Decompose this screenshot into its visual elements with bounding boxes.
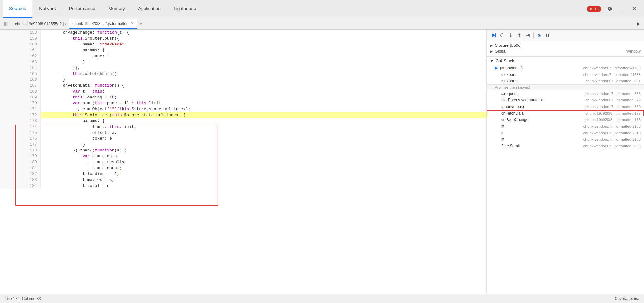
call-file-ref: chunk-vendors.7...:formatted:2180 [583, 124, 641, 128]
call-fn-name: nt [495, 124, 540, 129]
tab-bar: Sources Network Performance Memory Appli… [0, 0, 644, 18]
call-fn-name: s.request [495, 91, 540, 96]
code-line-164: 164 }), [0, 65, 486, 71]
code-line-171: 171 , e = Object[""](this.$store.state.u… [0, 106, 486, 112]
call-file-ref: chunk-vendors.7...ormatted:9361 [585, 79, 641, 83]
code-line-179: 179 var e = a.data [0, 153, 486, 159]
call-fn-name: onPageChange [495, 117, 540, 122]
call-entry-srequest[interactable]: s.request chunk-vendors.7...:formatted:3… [487, 90, 644, 97]
error-x-icon: ✕ [589, 7, 593, 11]
close-tab-button[interactable]: ✕ [131, 21, 134, 26]
cursor-position: Line 172, Column 33 [5, 296, 41, 301]
code-line-175: 175 offset: a, [0, 130, 486, 136]
tab-performance[interactable]: Performance [63, 0, 102, 18]
file-tab-original[interactable]: chunk-19c920f8.012555a2.js [12, 19, 69, 29]
code-line-168: 168 var t = this; [0, 89, 486, 95]
file-tabs-bar: chunk-19c920f8.012555a2.js chunk-19c920f… [0, 18, 644, 30]
divider [533, 32, 534, 39]
callstack-title: Call Stack [496, 59, 514, 63]
code-line-174: 174 limit: this.limit, [0, 124, 486, 130]
coverage-status: Coverage: n/a [615, 296, 639, 301]
call-entry-emit[interactable]: Fn.e.$emit chunk-vendors.7...:formatted:… [487, 143, 644, 149]
call-entry-nt-1[interactable]: nt chunk-vendors.7...:formatted:2180 [487, 123, 644, 130]
code-line-158: 158 onPageChange: function(t) { [0, 30, 486, 36]
call-entry-foreach[interactable]: r.forEach.s.<computed> chunk-vendors.7..… [487, 97, 644, 103]
call-entry-onfetchdata[interactable]: onFetchData chunk-19c920f8....:formatted… [487, 110, 644, 116]
call-entry-onpagechange[interactable]: onPageChange chunk-19c920f8....:formatte… [487, 116, 644, 123]
panel-icon [3, 21, 9, 27]
step-button[interactable] [523, 31, 532, 40]
call-file-ref: chunk-19c920f8....:formatted:165 [585, 118, 641, 122]
call-file-ref: chunk-vendors.7...ormatted:41703 [583, 66, 641, 70]
step-into-button[interactable] [506, 31, 515, 40]
code-line-176: 176 token: e [0, 136, 486, 142]
code-line-163: 163 } [0, 59, 486, 65]
code-line-169: 169 this.loading = !0; [0, 95, 486, 100]
call-file-ref: chunk-vendors.7...:formatted:372 [585, 98, 641, 102]
call-entry-nt-2[interactable]: nt chunk-vendors.7...:formatted:2180 [487, 136, 644, 143]
code-line-160: 160 name: "indexPage", [0, 42, 486, 47]
tab-application[interactable]: Application [131, 0, 167, 18]
call-entry-exports-1[interactable]: e.exports chunk-vendors.7...ormatted:416… [487, 71, 644, 78]
call-file-ref: chunk-vendors.7...:formatted:889 [585, 105, 641, 109]
callstack-arrow: ▼ [490, 59, 494, 63]
callstack-header[interactable]: ▼ Call Stack [487, 57, 644, 64]
call-fn-name: onFetchData [495, 111, 540, 116]
call-entry-exports-2[interactable]: e.exports chunk-vendors.7...ormatted:936… [487, 78, 644, 84]
svg-marker-7 [509, 36, 512, 37]
scope-global[interactable]: ▶ Global Window [487, 48, 644, 54]
step-out-icon [517, 33, 522, 38]
code-editor[interactable]: 158 onPageChange: function(t) { 159 this… [0, 30, 487, 294]
code-line-180: 180 , s = e.results [0, 159, 486, 165]
more-tabs-button[interactable]: » [137, 21, 145, 27]
resume-button[interactable] [489, 31, 498, 40]
step-icon [525, 33, 530, 38]
code-line-161: 161 params: { [0, 47, 486, 53]
callstack-list: ▶ (anonymous) chunk-vendors.7...ormatted… [487, 64, 644, 294]
error-badge[interactable]: ✕ 16 [587, 6, 601, 12]
right-panel: ▶ Closure (b50d) ▶ Global Window ▼ Call … [487, 30, 644, 294]
run-snippet-button[interactable] [634, 19, 643, 28]
deactivate-breakpoints-button[interactable] [535, 31, 543, 40]
tab-bar-left: Sources Network Performance Memory Appli… [3, 0, 587, 18]
tab-sources[interactable]: Sources [3, 0, 32, 18]
sidebar-toggle-button[interactable] [1, 19, 10, 28]
tab-bar-right: ✕ 16 ⋮ ✕ [587, 4, 641, 13]
breakpoint-icon [537, 33, 542, 38]
call-fn-name: n [495, 131, 540, 135]
call-entry-anonymous-1[interactable]: ▶ (anonymous) chunk-vendors.7...ormatted… [487, 64, 644, 71]
code-line-167: 167 onFetchData: function() { [0, 83, 486, 89]
call-fn-name: r.forEach.s.<computed> [495, 98, 543, 102]
pause-on-exception-button[interactable] [543, 31, 552, 40]
close-devtools-button[interactable]: ✕ [630, 4, 639, 13]
code-line-162: 162 page: t [0, 53, 486, 59]
call-fn-name: e.exports [495, 72, 540, 77]
pause-icon [545, 33, 550, 38]
tab-network[interactable]: Network [32, 0, 62, 18]
svg-marker-3 [492, 33, 495, 37]
closure-arrow: ▶ [490, 44, 493, 48]
code-line-159: 159 this.$router.push({ [0, 36, 486, 42]
status-bar: Line 172, Column 33 Coverage: n/a [0, 294, 644, 303]
call-entry-n[interactable]: n chunk-vendors.7...:formatted:2310 [487, 130, 644, 136]
code-line-173: 173 params: { [0, 118, 486, 124]
global-value: Window [626, 49, 641, 54]
closure-label: Closure (b50d) [495, 43, 522, 48]
resume-icon [491, 33, 496, 38]
file-tab-formatted[interactable]: chunk-19c920f8....2.js:formatted ✕ [69, 19, 137, 29]
svg-rect-15 [546, 34, 547, 37]
code-line-165: 165 this.onFetchData() [0, 71, 486, 77]
current-frame-arrow: ▶ [495, 65, 498, 70]
step-over-button[interactable] [498, 31, 506, 40]
call-entry-anonymous-2[interactable]: (anonymous) chunk-vendors.7...:formatted… [487, 103, 644, 110]
svg-marker-9 [518, 33, 521, 35]
tab-lighthouse[interactable]: Lighthouse [167, 0, 203, 18]
code-line-166: 166 }, [0, 77, 486, 83]
tab-memory[interactable]: Memory [102, 0, 132, 18]
svg-rect-16 [548, 34, 549, 37]
settings-button[interactable] [605, 4, 614, 13]
step-out-button[interactable] [515, 31, 523, 40]
code-line-183: 183 t.movies = s, [0, 177, 486, 183]
more-options-button[interactable]: ⋮ [617, 4, 626, 13]
scope-closure[interactable]: ▶ Closure (b50d) [487, 43, 644, 48]
